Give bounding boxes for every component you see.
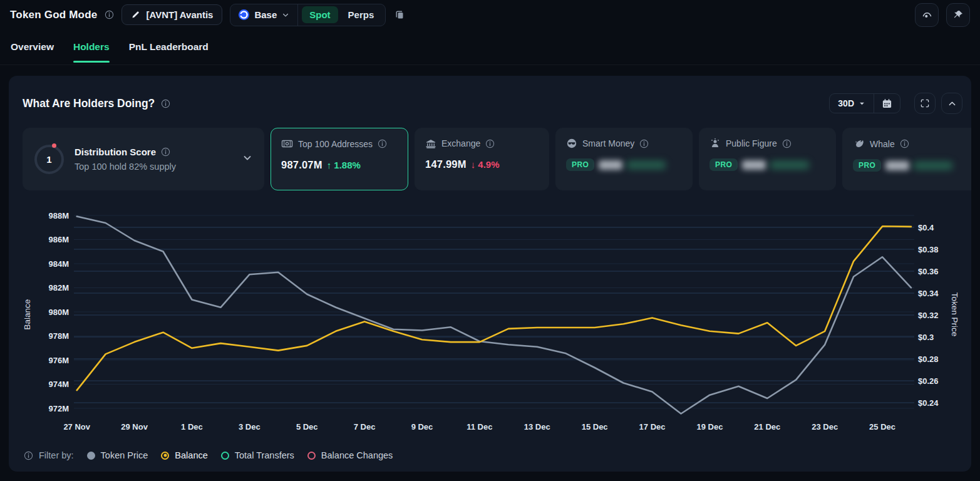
info-icon <box>900 139 909 148</box>
metric-title: Top 100 Addresses <box>298 139 373 149</box>
svg-text:3 Dec: 3 Dec <box>239 422 260 432</box>
bank-icon <box>425 138 436 149</box>
top-bar: Token God Mode [AVNT] Avantis Base Spot <box>0 0 980 29</box>
chevron-down-icon[interactable] <box>242 153 252 165</box>
info-icon <box>161 99 170 108</box>
svg-text:Token Price: Token Price <box>950 292 959 337</box>
filter-option-balance-changes[interactable]: Balance Changes <box>307 450 393 460</box>
svg-text:$0.34: $0.34 <box>918 289 939 298</box>
token-selector[interactable]: [AVNT] Avantis <box>121 4 222 25</box>
svg-text:11 Dec: 11 Dec <box>467 422 492 432</box>
copy-icon[interactable] <box>395 9 405 20</box>
hidden-change-blur <box>627 161 666 169</box>
filter-option-balance[interactable]: Balance <box>161 450 207 460</box>
chevron-up-icon <box>947 99 957 108</box>
pin-icon <box>952 9 964 21</box>
svg-text:7 Dec: 7 Dec <box>354 422 376 432</box>
svg-text:986M: 986M <box>48 235 69 244</box>
hidden-value-blur <box>599 160 622 170</box>
filter-option-total-transfers[interactable]: Total Transfers <box>221 450 294 460</box>
calendar-button[interactable] <box>874 94 900 113</box>
radio-icon <box>221 452 229 460</box>
whale-icon <box>853 138 865 150</box>
tab-holders[interactable]: Holders <box>73 29 110 65</box>
metric-title: Exchange <box>441 138 480 148</box>
banknote-icon <box>281 138 293 150</box>
tab-pnl-leaderboard[interactable]: PnL Leaderboard <box>129 29 209 65</box>
svg-text:19 Dec: 19 Dec <box>696 422 723 432</box>
metric-card-whale[interactable]: Whale PRO <box>842 128 971 190</box>
metric-card-distribution-score[interactable]: 1 Distribution Score Top 100 hold 82% su… <box>23 128 264 190</box>
metric-card-exchange[interactable]: Exchange 147.99M ↓ 4.9% <box>415 128 549 190</box>
panel-controls: 30D <box>829 93 962 114</box>
holders-balance-price-chart[interactable]: 988M986M984M982M980M978M976M974M972M$0.4… <box>9 207 971 437</box>
metric-title: Distribution Score <box>75 147 156 157</box>
fullscreen-button[interactable] <box>914 93 936 114</box>
svg-text:Balance: Balance <box>23 299 32 330</box>
filter-by-label: Filter by: <box>39 450 74 460</box>
info-icon <box>639 139 649 148</box>
info-icon <box>161 147 170 157</box>
metric-card-row[interactable]: 1 Distribution Score Top 100 hold 82% su… <box>23 128 971 190</box>
range-label: 30D <box>838 98 854 108</box>
chain-selector-label: Base <box>254 9 277 20</box>
chain-market-group: Base Spot Perps <box>230 4 386 26</box>
tab-spot[interactable]: Spot <box>302 6 338 23</box>
radio-icon <box>87 452 95 460</box>
chain-selector[interactable]: Base <box>230 4 298 26</box>
svg-text:$0.4: $0.4 <box>918 223 934 232</box>
svg-text:5 Dec: 5 Dec <box>296 422 318 432</box>
info-icon <box>378 139 387 148</box>
svg-text:$0.32: $0.32 <box>918 311 939 320</box>
chart-area: 988M986M984M982M980M978M976M974M972M$0.4… <box>9 207 971 440</box>
watch-button[interactable] <box>915 3 939 27</box>
gauge-marker-dot <box>52 143 56 148</box>
tab-perps[interactable]: Perps <box>341 6 382 23</box>
hidden-value-blur <box>742 160 766 170</box>
chevron-down-icon <box>859 100 865 107</box>
svg-text:23 Dec: 23 Dec <box>812 422 838 432</box>
svg-text:17 Dec: 17 Dec <box>639 422 666 432</box>
metric-value: 147.99M <box>425 158 467 170</box>
info-icon <box>105 10 114 19</box>
metric-title: Public Figure <box>726 138 777 148</box>
metric-card-smart-money[interactable]: Smart Money PRO <box>555 128 693 190</box>
base-chain-icon <box>239 9 249 20</box>
svg-text:27 Nov: 27 Nov <box>63 422 90 432</box>
svg-text:978M: 978M <box>48 331 69 341</box>
svg-text:21 Dec: 21 Dec <box>754 422 780 432</box>
calendar-icon <box>882 98 892 109</box>
fullscreen-icon <box>920 98 930 108</box>
metric-card-top100[interactable]: Top 100 Addresses 987.07M ↑ 1.88% <box>271 128 408 190</box>
token-selector-label: [AVNT] Avantis <box>146 9 213 20</box>
svg-text:1 Dec: 1 Dec <box>181 422 203 432</box>
range-dropdown[interactable]: 30D <box>830 94 874 113</box>
metric-change-down: ↓ 4.9% <box>471 159 500 170</box>
tab-overview[interactable]: Overview <box>11 29 54 65</box>
filter-row: Filter by: Token Price Balance Total Tra… <box>9 440 971 460</box>
hidden-change-blur <box>914 162 952 170</box>
metric-change-up: ↑ 1.88% <box>327 160 361 170</box>
collapse-button[interactable] <box>941 93 962 114</box>
svg-text:980M: 980M <box>48 308 69 317</box>
svg-text:13 Dec: 13 Dec <box>524 422 550 432</box>
svg-text:29 Nov: 29 Nov <box>121 422 148 432</box>
radio-icon <box>161 452 169 460</box>
svg-text:972M: 972M <box>48 404 69 413</box>
metric-card-public-figure[interactable]: Public Figure PRO <box>699 128 836 190</box>
svg-text:9 Dec: 9 Dec <box>411 422 433 432</box>
metric-title: Smart Money <box>582 138 634 148</box>
pin-button[interactable] <box>946 3 970 27</box>
pro-badge: PRO <box>853 159 881 172</box>
distribution-score-value: 1 <box>46 154 51 165</box>
info-icon <box>24 451 33 460</box>
metric-title: Whale <box>870 139 895 149</box>
svg-text:$0.36: $0.36 <box>918 267 939 276</box>
svg-text:$0.28: $0.28 <box>918 354 939 364</box>
chevron-down-icon <box>282 11 289 19</box>
info-icon <box>485 139 495 148</box>
svg-text:$0.38: $0.38 <box>918 245 939 254</box>
panel-title: What Are Holders Doing? <box>23 97 155 110</box>
svg-text:$0.26: $0.26 <box>918 376 939 386</box>
filter-option-token-price[interactable]: Token Price <box>87 450 148 460</box>
